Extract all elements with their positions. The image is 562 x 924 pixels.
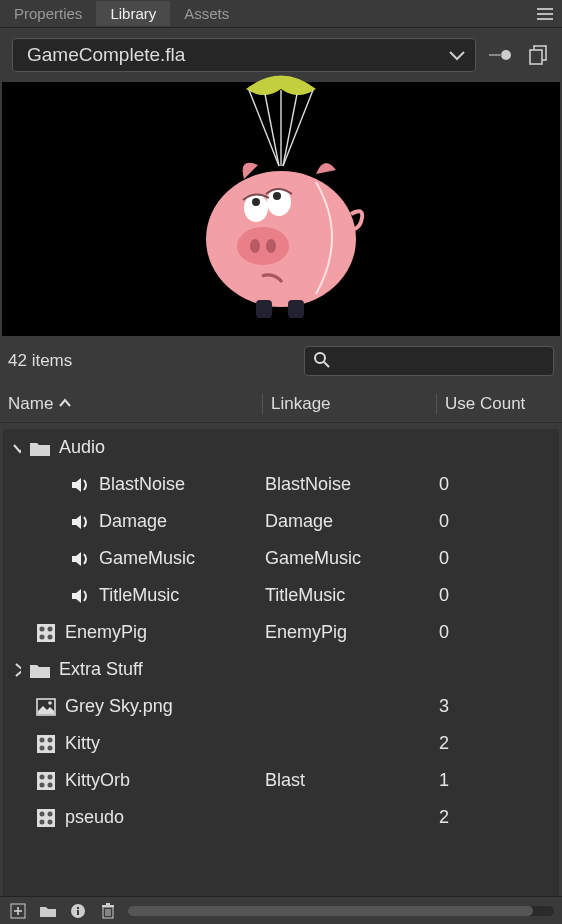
item-use-count: 0 (431, 622, 559, 643)
svg-point-35 (48, 745, 53, 750)
collapse-icon[interactable] (3, 439, 21, 457)
library-row[interactable]: Grey Sky.png3 (3, 688, 559, 725)
item-linkage: Blast (257, 770, 431, 791)
svg-rect-56 (102, 905, 114, 907)
library-row[interactable]: Audio (3, 429, 559, 466)
svg-point-38 (48, 774, 53, 779)
library-row[interactable]: GameMusicGameMusic0 (3, 540, 559, 577)
folder-icon (29, 659, 51, 681)
item-name: KittyOrb (65, 770, 130, 791)
new-folder-button[interactable] (38, 901, 58, 921)
new-symbol-button[interactable] (8, 901, 28, 921)
item-linkage: BlastNoise (257, 474, 431, 495)
new-library-panel-button[interactable] (524, 41, 552, 69)
library-row[interactable]: DamageDamage0 (3, 503, 559, 540)
folder-icon (29, 437, 51, 459)
svg-rect-31 (37, 735, 55, 753)
panel-tabbar: Properties Library Assets (0, 0, 562, 28)
item-use-count: 3 (431, 696, 559, 717)
svg-point-39 (40, 782, 45, 787)
item-use-count: 2 (431, 807, 559, 828)
header-name[interactable]: Name (8, 394, 262, 414)
svg-point-25 (40, 626, 45, 631)
item-name: pseudo (65, 807, 124, 828)
svg-point-18 (250, 239, 260, 253)
horizontal-scrollbar[interactable] (128, 906, 554, 916)
svg-rect-51 (77, 907, 79, 909)
item-name: BlastNoise (99, 474, 185, 495)
svg-point-26 (48, 626, 53, 631)
item-linkage: Damage (257, 511, 431, 532)
svg-rect-36 (37, 772, 55, 790)
library-toolbar: 42 items (0, 336, 562, 386)
sound-icon (69, 511, 91, 533)
sort-asc-icon (59, 394, 71, 414)
tab-properties[interactable]: Properties (0, 1, 96, 26)
column-headers: Name Linkage Use Count (0, 386, 562, 423)
item-linkage: TitleMusic (257, 585, 431, 606)
delete-button[interactable] (98, 901, 118, 921)
search-icon (313, 351, 331, 372)
svg-rect-20 (256, 300, 272, 318)
item-name: Grey Sky.png (65, 696, 173, 717)
movieclip-icon (35, 807, 57, 829)
svg-rect-6 (530, 50, 542, 64)
item-use-count: 0 (431, 585, 559, 606)
svg-rect-41 (37, 809, 55, 827)
svg-point-3 (501, 50, 511, 60)
library-row[interactable]: KittyOrbBlast1 (3, 762, 559, 799)
item-name: EnemyPig (65, 622, 147, 643)
search-input[interactable] (331, 353, 545, 370)
svg-point-19 (266, 239, 276, 253)
item-count-label: 42 items (8, 351, 72, 371)
library-row[interactable]: TitleMusicTitleMusic0 (3, 577, 559, 614)
header-linkage[interactable]: Linkage (262, 394, 436, 414)
svg-point-34 (40, 745, 45, 750)
svg-line-7 (249, 90, 279, 166)
svg-point-43 (48, 811, 53, 816)
search-field[interactable] (304, 346, 554, 376)
chevron-down-icon (449, 44, 465, 66)
item-name: Audio (59, 437, 105, 458)
sound-icon (69, 585, 91, 607)
bottom-toolbar (0, 896, 562, 924)
svg-point-32 (40, 737, 45, 742)
svg-rect-57 (106, 903, 110, 905)
document-name: GameComplete.fla (27, 44, 185, 66)
library-row[interactable]: pseudo2 (3, 799, 559, 836)
item-name: Extra Stuff (59, 659, 143, 680)
library-row[interactable]: Extra Stuff (3, 651, 559, 688)
svg-point-45 (48, 819, 53, 824)
item-use-count: 0 (431, 548, 559, 569)
item-use-count: 0 (431, 474, 559, 495)
pin-toggle[interactable] (486, 41, 514, 69)
svg-point-44 (40, 819, 45, 824)
panel-menu-icon[interactable] (528, 3, 562, 25)
item-name: Damage (99, 511, 167, 532)
svg-line-8 (265, 94, 279, 166)
tab-library[interactable]: Library (96, 1, 170, 26)
item-name: Kitty (65, 733, 100, 754)
item-name: TitleMusic (99, 585, 179, 606)
bitmap-icon (35, 696, 57, 718)
library-row[interactable]: EnemyPigEnemyPig0 (3, 614, 559, 651)
svg-point-33 (48, 737, 53, 742)
document-selector[interactable]: GameComplete.fla (12, 38, 476, 72)
library-row[interactable]: BlastNoiseBlastNoise0 (3, 466, 559, 503)
movieclip-icon (35, 770, 57, 792)
svg-line-10 (283, 94, 297, 166)
item-use-count: 0 (431, 511, 559, 532)
movieclip-icon (35, 622, 57, 644)
symbol-preview (2, 82, 560, 336)
tab-assets[interactable]: Assets (170, 1, 243, 26)
movieclip-icon (35, 733, 57, 755)
sound-icon (69, 548, 91, 570)
library-row[interactable]: Kitty2 (3, 725, 559, 762)
item-linkage: GameMusic (257, 548, 431, 569)
svg-line-11 (283, 90, 313, 166)
expand-icon[interactable] (3, 661, 21, 679)
header-use-count[interactable]: Use Count (436, 394, 554, 414)
properties-button[interactable] (68, 901, 88, 921)
sound-icon (69, 474, 91, 496)
svg-point-28 (48, 634, 53, 639)
